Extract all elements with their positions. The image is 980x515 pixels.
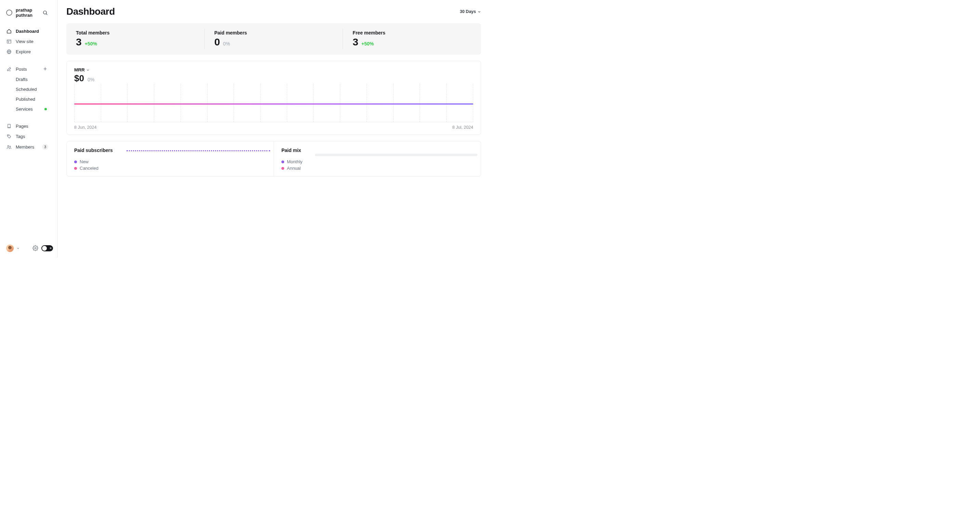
home-icon bbox=[6, 29, 12, 34]
stat-total-members[interactable]: Total members 3 +50% bbox=[66, 29, 205, 49]
svg-point-0 bbox=[43, 11, 46, 14]
sidebar-footer: ☀ bbox=[6, 244, 57, 252]
edit-icon bbox=[6, 66, 12, 72]
chart-gridlines bbox=[74, 84, 473, 122]
svg-point-12 bbox=[35, 247, 36, 249]
mrr-line-series bbox=[74, 103, 473, 105]
svg-rect-2 bbox=[7, 40, 11, 43]
member-stats-row: Total members 3 +50% Paid members 0 0% F… bbox=[66, 23, 481, 55]
sidebar-item-label: Pages bbox=[16, 124, 29, 129]
sidebar-item-explore[interactable]: Explore bbox=[6, 46, 57, 57]
pages-icon bbox=[6, 123, 12, 129]
window-icon bbox=[6, 39, 12, 44]
sidebar-item-label: Scheduled bbox=[16, 87, 37, 92]
stat-value: 3 bbox=[353, 36, 358, 48]
sidebar-item-label: Drafts bbox=[16, 77, 28, 82]
mrr-metric-picker[interactable]: MRR bbox=[74, 67, 473, 72]
mrr-date-axis: 8 Jun, 2024 8 Jul, 2024 bbox=[74, 125, 473, 130]
stat-value: 0 bbox=[215, 36, 220, 48]
sidebar-item-drafts[interactable]: Drafts bbox=[16, 74, 57, 84]
mrr-value: $0 bbox=[74, 73, 84, 84]
sidebar-item-scheduled[interactable]: Scheduled bbox=[16, 84, 57, 94]
svg-point-11 bbox=[10, 146, 11, 147]
date-range-picker[interactable]: 30 Days bbox=[460, 9, 481, 14]
members-icon bbox=[6, 144, 12, 150]
chevron-down-icon bbox=[86, 68, 89, 72]
site-logo-icon bbox=[6, 10, 12, 16]
paid-subscribers-chart bbox=[127, 150, 270, 151]
mrr-label: MRR bbox=[74, 67, 85, 72]
svg-line-1 bbox=[46, 13, 47, 14]
new-post-button[interactable]: + bbox=[42, 66, 48, 72]
svg-rect-8 bbox=[8, 124, 10, 127]
sidebar-item-label: Explore bbox=[16, 49, 31, 54]
legend-annual: Annual bbox=[282, 166, 473, 171]
paid-subscribers-card: Paid subscribers New Canceled bbox=[67, 141, 274, 176]
sidebar-item-label: Services bbox=[16, 106, 33, 112]
avatar[interactable] bbox=[6, 244, 14, 252]
stat-value: 3 bbox=[76, 36, 81, 48]
svg-point-9 bbox=[8, 135, 8, 136]
sidebar-item-services[interactable]: Services bbox=[16, 104, 57, 114]
legend-new: New bbox=[74, 159, 266, 164]
legend-dot-icon bbox=[74, 167, 77, 170]
sidebar-item-label: Dashboard bbox=[16, 29, 39, 34]
sidebar-item-label: Tags bbox=[16, 134, 25, 139]
stat-label: Free members bbox=[353, 30, 471, 35]
stat-delta: +50% bbox=[361, 41, 374, 46]
members-count-badge: 3 bbox=[42, 144, 48, 150]
legend-dot-icon bbox=[282, 160, 284, 163]
site-name: prathap puthran bbox=[16, 8, 39, 18]
stat-label: Total members bbox=[76, 30, 195, 35]
sidebar-item-members[interactable]: Members 3 bbox=[6, 141, 57, 152]
main-content: Dashboard 30 Days Total members 3 +50% P… bbox=[57, 0, 490, 258]
sidebar-item-view-site[interactable]: View site bbox=[6, 36, 57, 46]
sidebar: prathap puthran Dashboard View site Expl… bbox=[0, 0, 57, 258]
site-switcher[interactable]: prathap puthran bbox=[6, 5, 57, 20]
date-range-label: 30 Days bbox=[460, 9, 476, 14]
sidebar-item-posts[interactable]: Posts + bbox=[6, 63, 57, 74]
legend-dot-icon bbox=[74, 160, 77, 163]
legend-dot-icon bbox=[282, 167, 284, 170]
mrr-delta: 0% bbox=[88, 77, 94, 82]
paid-mix-bar bbox=[315, 154, 477, 156]
sun-icon: ☀ bbox=[49, 247, 52, 250]
legend-canceled: Canceled bbox=[74, 166, 266, 171]
stat-free-members[interactable]: Free members 3 +50% bbox=[343, 29, 481, 49]
stat-delta: 0% bbox=[223, 41, 230, 46]
page-header: Dashboard 30 Days bbox=[66, 6, 481, 20]
mrr-date-end: 8 Jul, 2024 bbox=[452, 125, 473, 130]
primary-nav: Dashboard View site Explore Posts + Draf… bbox=[6, 26, 57, 152]
mrr-date-start: 8 Jun, 2024 bbox=[74, 125, 96, 130]
chevron-down-icon bbox=[477, 10, 481, 14]
search-icon[interactable] bbox=[42, 10, 48, 16]
legend-monthly: Monthly bbox=[282, 159, 473, 164]
mrr-card: MRR $0 0% 8 Jun, 2024 8 Jul, 2024 bbox=[66, 61, 481, 135]
sidebar-item-published[interactable]: Published bbox=[16, 94, 57, 104]
svg-point-10 bbox=[8, 146, 9, 147]
sidebar-item-label: Published bbox=[16, 97, 35, 102]
status-dot-icon bbox=[45, 108, 47, 110]
theme-toggle[interactable]: ☀ bbox=[41, 245, 53, 251]
tag-icon bbox=[6, 133, 12, 139]
sidebar-item-dashboard[interactable]: Dashboard bbox=[6, 26, 57, 36]
sidebar-item-tags[interactable]: Tags bbox=[6, 131, 57, 141]
sidebar-item-pages[interactable]: Pages bbox=[6, 121, 57, 131]
user-menu-chevron-icon[interactable] bbox=[16, 247, 20, 250]
paid-mix-legend: Monthly Annual bbox=[282, 159, 473, 171]
stat-paid-members[interactable]: Paid members 0 0% bbox=[205, 29, 343, 49]
stat-delta: +50% bbox=[85, 41, 97, 46]
page-title: Dashboard bbox=[66, 6, 115, 17]
sidebar-item-label: Members bbox=[16, 144, 34, 150]
card-title: Paid mix bbox=[282, 147, 473, 153]
sidebar-item-label: View site bbox=[16, 39, 33, 44]
stat-label: Paid members bbox=[215, 30, 333, 35]
sidebar-item-label: Posts bbox=[16, 67, 27, 72]
settings-button[interactable] bbox=[32, 245, 39, 251]
globe-icon bbox=[6, 49, 12, 54]
mrr-chart bbox=[74, 84, 473, 122]
paid-subscribers-legend: New Canceled bbox=[74, 159, 266, 171]
paid-mix-card: Paid mix Monthly Annual bbox=[274, 141, 481, 176]
toggle-knob-icon bbox=[42, 246, 47, 251]
paid-row: Paid subscribers New Canceled Paid mix M… bbox=[66, 141, 481, 177]
